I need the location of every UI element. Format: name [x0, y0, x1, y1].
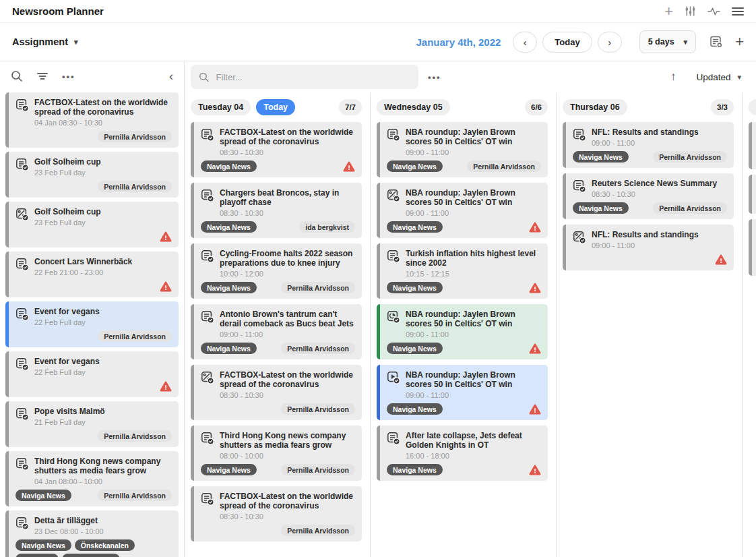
card-time: 08:30 - 10:30 [220, 512, 355, 521]
filter-icon[interactable] [36, 71, 49, 81]
card-time: 23 Dec 08:00 - 10:00 [34, 527, 104, 536]
assignment-card[interactable] [749, 219, 756, 276]
assignment-card[interactable]: Turkish inflation hits highest level sin… [377, 243, 548, 299]
card-time: 04 Jan 08:00 - 10:00 [34, 477, 172, 486]
view-selector-dropdown[interactable]: Assignment ▾ [12, 36, 78, 47]
sort-direction-icon[interactable]: ↑ [670, 70, 676, 84]
card-title: Detta är tillägget [34, 516, 104, 525]
text-assignment-icon [573, 128, 586, 142]
assignment-card[interactable]: Reuters Science News Summary08:30 - 10:3… [563, 173, 734, 219]
column-header: Thursday 063/3 [563, 99, 734, 115]
add-note-icon[interactable] [710, 35, 723, 49]
assignment-card[interactable]: Third Hong Kong news company shutters as… [5, 451, 179, 506]
range-selector-value: 5 days [648, 37, 674, 47]
assignment-card[interactable]: Detta är tillägget23 Dec 08:00 - 10:00Na… [5, 510, 179, 557]
assignment-card[interactable]: NFL: Results and standings09:00 - 11:00 [563, 225, 734, 270]
assignee-badge: Pernilla Arvidsson [98, 181, 172, 192]
sliders-icon[interactable] [685, 5, 696, 17]
today-button[interactable]: Today [542, 32, 592, 53]
assignee-badge: Pernilla Arvidsson [98, 430, 172, 442]
card-title: NFL: Results and standings [592, 127, 699, 137]
assignment-card[interactable]: Third Hong Kong news company shutters as… [191, 426, 362, 481]
assignment-card[interactable]: FACTBOX-Latest on the worldwide spread o… [191, 486, 362, 541]
assignment-card[interactable]: Golf Solheim cup23 Feb Full dayPernilla … [5, 152, 179, 198]
prev-day-button[interactable]: ‹ [513, 32, 537, 53]
card-titlewrap: FACTBOX-Latest on the worldwide spread o… [220, 370, 355, 400]
assignment-card[interactable]: FACTBOX-Latest on the worldwide spread o… [5, 92, 179, 148]
card-body: Turkish inflation hits highest level sin… [380, 243, 548, 299]
card-foot: Naviga NewsPernilla Arvidsson [573, 151, 727, 163]
assignment-card[interactable]: Concert Lars Winnerbäck22 Feb 21:00 - 23… [5, 252, 179, 297]
assignment-card[interactable]: NFL: Results and standings09:00 - 11:00N… [563, 122, 734, 168]
assignment-card[interactable]: Chargers beat Broncos, stay in playoff c… [191, 183, 362, 238]
card-time: 08:00 - 10:00 [220, 452, 355, 461]
more-options-icon[interactable]: ••• [62, 71, 75, 82]
day-column: Tuesday 04Today7/7FACTBOX-Latest on the … [185, 92, 371, 557]
card-title: FACTBOX-Latest on the worldwide spread o… [220, 370, 355, 389]
collapse-sidebar-icon[interactable]: ‹ [169, 69, 173, 84]
assignment-card[interactable]: Antonio Brown's tantrum can't derail com… [191, 304, 362, 359]
sort-group: ↑ Updated ▾ [670, 70, 749, 84]
assignee-badge: Pernilla Arvidsson [98, 330, 172, 342]
card-titlewrap: NBA roundup: Jaylen Brown scores 50 in C… [406, 370, 541, 400]
current-date-label[interactable]: January 4th, 2022 [416, 36, 501, 48]
card-body: NBA roundup: Jaylen Brown scores 50 in C… [380, 122, 548, 177]
assignment-card[interactable]: Pope visits Malmö21 Feb Full dayPernilla… [5, 401, 179, 447]
column-card-list: NFL: Results and standings09:00 - 11:00N… [563, 122, 734, 270]
column-day-label: Tuesday 04 [191, 99, 251, 115]
filter-input[interactable] [216, 72, 410, 82]
assignment-card[interactable] [749, 175, 756, 214]
assignment-card[interactable] [749, 122, 756, 169]
add-assignment-icon[interactable]: + [735, 36, 744, 48]
column-day-label: Thursday 06 [563, 99, 627, 115]
card-titlewrap: After late collapse, Jets defeat Golden … [406, 431, 541, 461]
search-icon[interactable] [11, 70, 23, 82]
sort-by-dropdown[interactable]: Updated ▾ [696, 72, 741, 82]
sidebar-assignment-list: FACTBOX-Latest on the worldwide spread o… [0, 91, 184, 557]
card-title: Concert Lars Winnerbäck [34, 257, 132, 266]
card-titlewrap: Reuters Science News Summary08:30 - 10:3… [592, 179, 717, 199]
hamburger-menu-icon[interactable] [732, 7, 744, 16]
text-assignment-icon [387, 250, 400, 263]
card-time: 09:00 - 11:00 [592, 241, 699, 250]
assignment-card[interactable]: Golf Solheim cup23 Feb Full day [5, 202, 179, 247]
card-time: 23 Feb Full day [34, 169, 101, 177]
assignment-card[interactable]: NBA roundup: Jaylen Brown scores 50 in C… [377, 365, 548, 420]
add-icon[interactable]: + [664, 5, 673, 18]
card-foot: Naviga News [387, 282, 541, 293]
card-body: NBA roundup: Jaylen Brown scores 50 in C… [380, 304, 548, 359]
card-body: Third Hong Kong news company shutters as… [9, 451, 179, 506]
card-body: Pope visits Malmö21 Feb Full dayPernilla… [9, 401, 179, 447]
chevron-right-icon: › [608, 36, 611, 48]
next-day-button[interactable]: › [598, 32, 622, 53]
card-title: Cycling-Froome halts 2022 season prepara… [220, 249, 355, 268]
card-titlewrap: Antonio Brown's tantrum can't derail com… [220, 310, 355, 339]
range-selector-dropdown[interactable]: 5 days ▾ [639, 30, 696, 53]
card-titlewrap: Cycling-Froome halts 2022 season prepara… [220, 249, 355, 278]
card-title: NFL: Results and standings [592, 230, 699, 239]
assignment-card[interactable]: Cycling-Froome halts 2022 season prepara… [191, 243, 362, 299]
card-body: NBA roundup: Jaylen Brown scores 50 in C… [380, 365, 548, 420]
assignment-card[interactable]: NBA roundup: Jaylen Brown scores 50 in C… [377, 304, 548, 359]
assignment-card[interactable]: Event for vegans22 Feb Full day [5, 351, 179, 397]
assignment-card[interactable]: After late collapse, Jets defeat Golden … [377, 426, 548, 481]
assignment-card[interactable]: FACTBOX-Latest on the worldwide spread o… [191, 122, 362, 177]
card-time: 21 Feb Full day [34, 418, 105, 427]
card-title: Reuters Science News Summary [592, 179, 717, 188]
board-more-options-icon[interactable]: ••• [428, 72, 441, 82]
card-title: NBA roundup: Jaylen Brown scores 50 in C… [406, 127, 541, 146]
card-titlewrap: NFL: Results and standings09:00 - 11:00 [592, 230, 699, 250]
card-titlewrap: Concert Lars Winnerbäck22 Feb 21:00 - 23… [34, 257, 132, 277]
assignment-card[interactable]: NBA roundup: Jaylen Brown scores 50 in C… [377, 183, 548, 238]
card-time: 08:30 - 10:30 [220, 209, 355, 218]
card-foot: Naviga News [387, 403, 541, 415]
assignment-card[interactable]: FACTBOX-Latest on the worldwide spread o… [191, 365, 362, 420]
assignment-card[interactable]: NBA roundup: Jaylen Brown scores 50 in C… [377, 122, 548, 177]
card-head: Turkish inflation hits highest level sin… [387, 249, 541, 278]
assignment-card[interactable]: Event for vegans22 Feb Full dayPernilla … [5, 301, 179, 347]
card-foot: Naviga NewsPernilla Arvidsson [201, 282, 355, 293]
activity-pulse-icon[interactable] [707, 7, 720, 16]
channel-badge: Naviga News [201, 160, 257, 172]
card-body [752, 219, 756, 276]
card-time: 08:30 - 10:30 [220, 148, 355, 157]
